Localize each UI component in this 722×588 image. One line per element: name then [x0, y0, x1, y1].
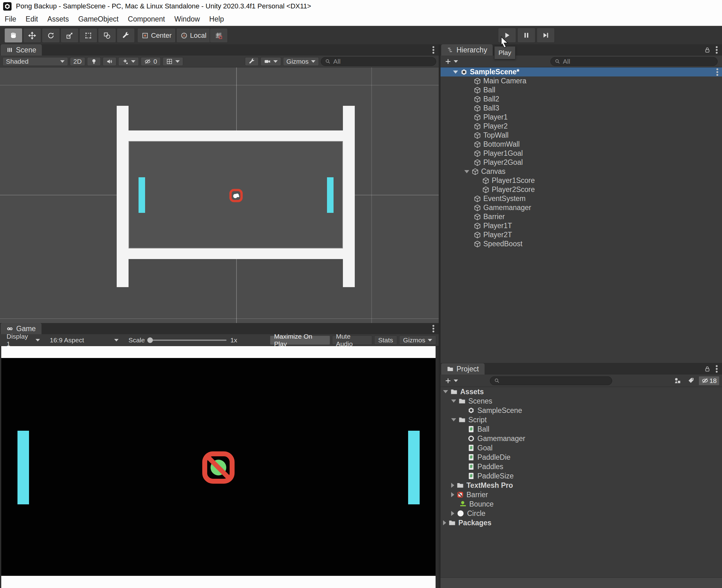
rotate-tool-button[interactable] [42, 28, 60, 43]
hierarchy-item[interactable]: Player2Score [441, 185, 722, 194]
hierarchy-item[interactable]: Canvas [441, 167, 722, 176]
mute-audio-button[interactable]: Mute Audio [332, 336, 372, 345]
scene-camera-dropdown[interactable] [260, 57, 281, 66]
hierarchy-item[interactable]: Player2T [441, 230, 722, 239]
project-item[interactable]: Barrier [441, 490, 722, 499]
rect-tool-button[interactable] [79, 28, 97, 43]
menu-file[interactable]: File [0, 13, 21, 26]
project-search[interactable] [490, 376, 612, 385]
custom-tool-button[interactable] [117, 28, 135, 43]
scene-effects-dropdown[interactable] [118, 57, 139, 66]
hierarchy-item[interactable]: EventSystem [441, 194, 722, 203]
game-panel-menu-icon[interactable] [432, 328, 434, 330]
menu-edit[interactable]: Edit [21, 13, 43, 26]
hierarchy-item[interactable]: Player1T [441, 221, 722, 230]
hierarchy-search[interactable] [550, 57, 718, 66]
project-item[interactable]: SampleScene [441, 406, 722, 415]
scene-tools-button[interactable] [245, 57, 259, 66]
hierarchy-item[interactable]: Player1Score [441, 176, 722, 185]
lock-icon[interactable] [704, 365, 711, 372]
project-item[interactable]: Circle [441, 509, 722, 518]
project-panel-menu-icon[interactable] [716, 368, 718, 370]
scene-viewport[interactable] [0, 67, 439, 323]
project-item[interactable]: Ball [441, 424, 722, 434]
menu-help[interactable]: Help [205, 13, 229, 26]
pause-button[interactable] [517, 28, 535, 43]
hierarchy-item[interactable]: SpeedBoost [441, 239, 722, 248]
project-item[interactable]: Assets [441, 387, 722, 396]
2d-toggle-button[interactable]: 2D [70, 57, 85, 66]
add-object-icon[interactable] [444, 58, 452, 65]
hierarchy-scene-row[interactable]: SampleScene* [441, 67, 722, 77]
scene-gizmos-dropdown[interactable]: Gizmos [283, 57, 319, 66]
scene-search-input[interactable] [333, 58, 432, 65]
menu-component[interactable]: Component [123, 13, 170, 26]
lock-icon[interactable] [704, 46, 711, 54]
scene-row-menu-icon[interactable] [716, 71, 718, 73]
caret-right-icon[interactable] [451, 483, 454, 488]
search-by-label-button[interactable] [685, 376, 697, 385]
hierarchy-item[interactable]: Barrier [441, 212, 722, 221]
hierarchy-item[interactable]: TopWall [441, 131, 722, 140]
display-dropdown[interactable]: Display 1 [2, 336, 44, 345]
step-button[interactable] [537, 28, 555, 43]
stats-button[interactable]: Stats [374, 336, 397, 345]
scale-tool-button[interactable] [61, 28, 79, 43]
hierarchy-item[interactable]: Player1 [441, 113, 722, 122]
project-item[interactable]: PaddleDie [441, 453, 722, 462]
caret-right-icon[interactable] [443, 520, 446, 525]
hierarchy-item[interactable]: Ball2 [441, 94, 722, 104]
caret-down-icon[interactable] [464, 170, 469, 173]
scene-audio-button[interactable] [103, 57, 116, 66]
scene-grid-dropdown[interactable] [163, 57, 183, 66]
hierarchy-panel-menu-icon[interactable] [716, 49, 718, 51]
hierarchy-search-input[interactable] [563, 58, 714, 65]
grid-snapping-button[interactable] [210, 28, 228, 43]
add-asset-icon[interactable] [444, 377, 452, 384]
scene-search[interactable] [321, 57, 436, 66]
scene-visibility-button[interactable]: 0 [141, 57, 161, 66]
hierarchy-item[interactable]: Player2 [441, 122, 722, 131]
project-item[interactable]: Bounce [441, 499, 722, 509]
move-tool-button[interactable] [23, 28, 41, 43]
caret-right-icon[interactable] [451, 511, 454, 516]
caret-down-icon[interactable] [451, 418, 456, 421]
project-item[interactable]: Scenes [441, 396, 722, 406]
hierarchy-item[interactable]: Player1Goal [441, 149, 722, 158]
scene-lighting-button[interactable] [87, 57, 101, 66]
aspect-dropdown[interactable]: 16:9 Aspect [46, 336, 123, 345]
scale-slider[interactable] [149, 340, 227, 341]
tab-hierarchy[interactable]: Hierarchy [441, 44, 493, 56]
scale-slider-thumb[interactable] [147, 337, 153, 343]
project-item[interactable]: Goal [441, 443, 722, 453]
caret-down-icon[interactable] [443, 390, 448, 393]
hierarchy-item[interactable]: Ball3 [441, 104, 722, 113]
menu-gameobject[interactable]: GameObject [73, 13, 123, 26]
chevron-down-icon[interactable] [454, 60, 458, 63]
project-item[interactable]: TextMesh Pro [441, 481, 722, 490]
project-item[interactable]: Script [441, 415, 722, 424]
pivot-mode-button[interactable]: Center [137, 28, 176, 43]
tab-scene[interactable]: Scene [1, 44, 42, 56]
scene-panel-menu-icon[interactable] [432, 49, 434, 51]
transform-tool-button[interactable] [98, 28, 116, 43]
game-gizmos-dropdown[interactable]: Gizmos [399, 336, 436, 345]
game-viewport[interactable] [0, 346, 439, 588]
project-item[interactable]: Paddles [441, 462, 722, 471]
project-item[interactable]: Packages [441, 518, 722, 527]
menu-assets[interactable]: Assets [43, 13, 73, 26]
hierarchy-item[interactable]: BottomWall [441, 140, 722, 149]
caret-down-icon[interactable] [451, 399, 456, 403]
hidden-packages-button[interactable]: 18 [699, 376, 720, 385]
menu-window[interactable]: Window [170, 13, 205, 26]
hierarchy-item[interactable]: Main Camera [441, 77, 722, 85]
project-search-input[interactable] [502, 377, 608, 384]
search-by-type-button[interactable] [672, 376, 683, 385]
hierarchy-item[interactable]: Gamemanager [441, 203, 722, 212]
chevron-down-icon[interactable] [454, 379, 458, 382]
project-item[interactable]: Gamemanager [441, 434, 722, 443]
caret-right-icon[interactable] [451, 492, 454, 497]
maximize-on-play-button[interactable]: Maximize On Play [270, 336, 330, 345]
hand-tool-button[interactable] [4, 28, 22, 43]
rotation-mode-button[interactable]: Local [176, 28, 211, 43]
